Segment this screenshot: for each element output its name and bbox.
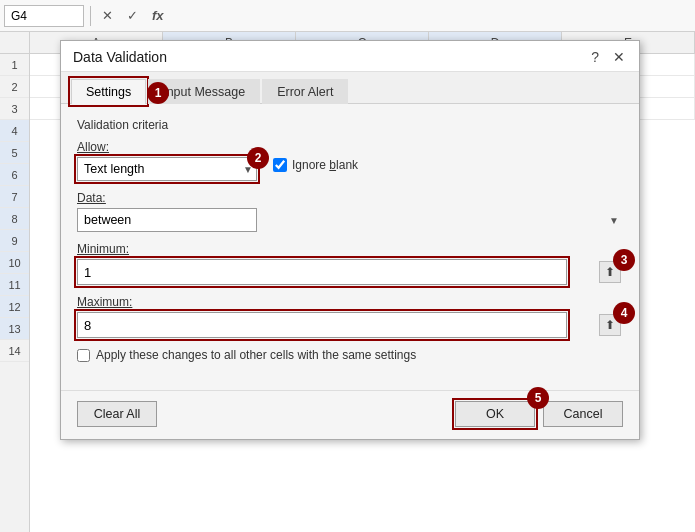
ignore-blank-label: Ignore blank: [292, 158, 358, 172]
dialog-title: Data Validation: [73, 49, 167, 65]
badge-4: 4: [613, 302, 635, 324]
minimum-label: Minimum:: [77, 242, 623, 256]
cell-ref-input[interactable]: [4, 5, 84, 27]
maximum-input[interactable]: [77, 312, 567, 338]
row-numbers: 1 2 3 4 5 6 7 8 9 10 11 12 13 14: [0, 54, 30, 532]
row-3: 3: [0, 98, 29, 120]
spreadsheet: ✕ ✓ fx A B C D E 1 2 3 4 5 6 7 8 9 10 11…: [0, 0, 695, 532]
ignore-blank-checkbox[interactable]: [273, 158, 287, 172]
maximum-input-wrapper: 4 ⬆: [77, 312, 623, 338]
apply-checkbox-row: Apply these changes to all other cells w…: [77, 348, 623, 362]
formula-input[interactable]: [173, 5, 691, 27]
dialog-footer: Clear All 5 OK Cancel: [61, 390, 639, 439]
apply-all-checkbox[interactable]: [77, 349, 90, 362]
row-2: 2: [0, 76, 29, 98]
allow-row: Allow: 2 Text length Any value Whole num…: [77, 140, 623, 181]
data-select[interactable]: between not between equal to not equal t…: [77, 208, 257, 232]
tab-error-alert[interactable]: Error Alert: [262, 79, 348, 104]
row-5: 5: [0, 142, 29, 164]
row-14: 14: [0, 340, 29, 362]
formula-bar: ✕ ✓ fx: [0, 0, 695, 32]
footer-right: 5 OK Cancel: [455, 401, 623, 427]
row-13: 13: [0, 318, 29, 340]
dialog-controls: ? ✕: [589, 49, 627, 65]
row-11: 11: [0, 274, 29, 296]
maximum-group: Maximum: 4 ⬆: [77, 295, 623, 338]
allow-select[interactable]: Text length Any value Whole number Decim…: [77, 157, 257, 181]
minimum-input-wrapper: 3 ⬆: [77, 259, 623, 285]
formula-divider: [90, 6, 91, 26]
dialog-close-button[interactable]: ✕: [611, 49, 627, 65]
clear-all-button[interactable]: Clear All: [77, 401, 157, 427]
row-8: 8: [0, 208, 29, 230]
badge-1: 1: [147, 82, 169, 104]
minimum-group: Minimum: 3 ⬆: [77, 242, 623, 285]
row-12: 12: [0, 296, 29, 318]
data-select-arrow-icon: ▼: [609, 215, 619, 226]
row-1: 1: [0, 54, 29, 76]
apply-all-label: Apply these changes to all other cells w…: [96, 348, 416, 362]
data-group: Data: between not between equal to not e…: [77, 191, 623, 232]
dialog-help-button[interactable]: ?: [589, 49, 601, 65]
badge-5: 5: [527, 387, 549, 409]
ok-button[interactable]: OK: [455, 401, 535, 427]
data-label: Data:: [77, 191, 623, 205]
cancel-button[interactable]: Cancel: [543, 401, 623, 427]
allow-group: Allow: 2 Text length Any value Whole num…: [77, 140, 257, 181]
validation-criteria-label: Validation criteria: [77, 118, 623, 132]
tab-settings[interactable]: Settings: [71, 79, 146, 104]
maximum-label: Maximum:: [77, 295, 623, 309]
ignore-blank-group: Ignore blank: [273, 140, 358, 172]
data-select-wrapper: between not between equal to not equal t…: [77, 208, 623, 232]
allow-select-wrapper: 2 Text length Any value Whole number Dec…: [77, 157, 257, 181]
footer-left: Clear All: [77, 401, 157, 427]
badge-2: 2: [247, 147, 269, 169]
minimum-input[interactable]: [77, 259, 567, 285]
confirm-formula-button[interactable]: ✓: [122, 8, 143, 23]
row-7: 7: [0, 186, 29, 208]
badge-3: 3: [613, 249, 635, 271]
dialog-titlebar: Data Validation ? ✕: [61, 41, 639, 72]
dialog-content: Validation criteria Allow: 2 Text length…: [61, 104, 639, 390]
cancel-formula-button[interactable]: ✕: [97, 8, 118, 23]
allow-label: Allow:: [77, 140, 257, 154]
row-9: 9: [0, 230, 29, 252]
fx-button[interactable]: fx: [147, 8, 169, 23]
data-validation-dialog: 1 Data Validation ? ✕ Settings Input Mes…: [60, 40, 640, 440]
row-4: 4: [0, 120, 29, 142]
row-6: 6: [0, 164, 29, 186]
row-10: 10: [0, 252, 29, 274]
